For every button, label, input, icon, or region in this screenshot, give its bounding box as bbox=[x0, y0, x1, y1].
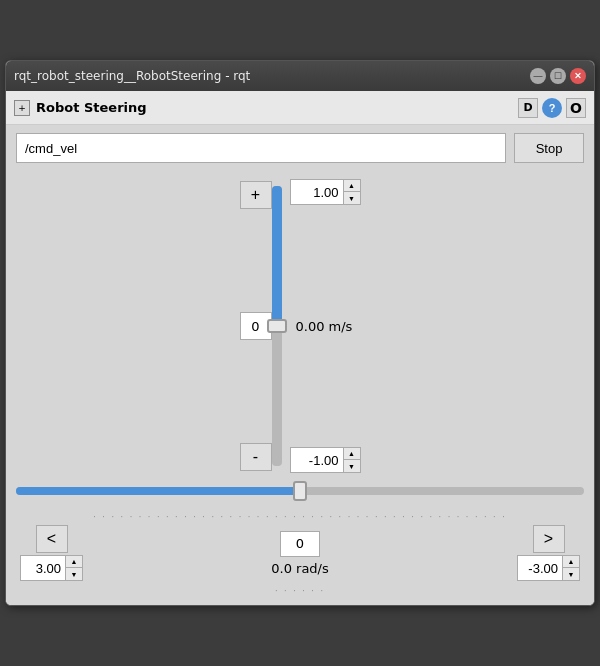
undock-button[interactable]: O bbox=[566, 98, 586, 118]
bottom-controls: < ▲ ▼ 0 0.0 rad/s > bbox=[16, 521, 584, 581]
right-spinbox-btns: ▲ ▼ bbox=[562, 556, 579, 580]
toolbar-right: D ? O bbox=[518, 98, 586, 118]
right-arrow-button[interactable]: > bbox=[533, 525, 565, 553]
right-spin-up[interactable]: ▲ bbox=[563, 556, 579, 568]
titlebar-controls: — ☐ ✕ bbox=[530, 68, 586, 84]
stop-button[interactable]: Stop bbox=[514, 133, 584, 163]
horizontal-thumb[interactable] bbox=[293, 481, 307, 501]
horizontal-track[interactable] bbox=[16, 487, 584, 495]
tick-marks-row: · · · · · · · · · · · · · · · · · · · · … bbox=[16, 513, 584, 521]
vertical-track-area[interactable] bbox=[272, 171, 282, 481]
left-spinbox: ▲ ▼ bbox=[20, 555, 83, 581]
vertical-thumb[interactable] bbox=[267, 319, 287, 333]
window-title: rqt_robot_steering__RobotSteering - rqt bbox=[14, 69, 530, 83]
horizontal-slider-row[interactable] bbox=[16, 487, 584, 507]
plugin-icon: + bbox=[14, 100, 30, 116]
cmd-vel-input[interactable] bbox=[16, 133, 506, 163]
vertical-slider-section: + 0 - ▲ ▼ bbox=[16, 171, 584, 481]
right-spinbox: ▲ ▼ bbox=[517, 555, 580, 581]
vertical-track[interactable] bbox=[272, 186, 282, 466]
right-spin-input[interactable] bbox=[518, 556, 562, 580]
vertical-max-input[interactable] bbox=[291, 180, 343, 204]
spinbox-btns: ▲ ▼ bbox=[343, 180, 360, 204]
vertical-right-info: ▲ ▼ 0.00 m/s ▲ ▼ bbox=[290, 171, 361, 481]
vertical-decrement-button[interactable]: - bbox=[240, 443, 272, 471]
content-area: Stop + 0 - bbox=[6, 125, 594, 605]
vertical-fill bbox=[272, 186, 282, 326]
d-button[interactable]: D bbox=[518, 98, 538, 118]
vertical-min-spinbox: ▲ ▼ bbox=[290, 447, 361, 473]
plugin-title: Robot Steering bbox=[36, 100, 512, 115]
left-arrow-button[interactable]: < bbox=[36, 525, 68, 553]
horizontal-zero-box: 0 bbox=[280, 531, 320, 557]
titlebar: rqt_robot_steering__RobotSteering - rqt … bbox=[6, 61, 594, 91]
min-spinbox-btns: ▲ ▼ bbox=[343, 448, 360, 472]
horizontal-current-value: 0.0 rad/s bbox=[271, 561, 329, 576]
horizontal-fill bbox=[16, 487, 300, 495]
left-spin-input[interactable] bbox=[21, 556, 65, 580]
min-spin-up[interactable]: ▲ bbox=[344, 448, 360, 460]
right-group: > ▲ ▼ bbox=[517, 525, 580, 581]
vertical-min-input[interactable] bbox=[291, 448, 343, 472]
left-spin-down[interactable]: ▼ bbox=[66, 568, 82, 580]
right-spin-down[interactable]: ▼ bbox=[563, 568, 579, 580]
max-spin-down[interactable]: ▼ bbox=[344, 192, 360, 204]
left-spinbox-btns: ▲ ▼ bbox=[65, 556, 82, 580]
help-button[interactable]: ? bbox=[542, 98, 562, 118]
minimize-button[interactable]: — bbox=[530, 68, 546, 84]
top-row: Stop bbox=[16, 133, 584, 163]
center-group: 0 0.0 rad/s bbox=[271, 531, 329, 576]
left-spin-up[interactable]: ▲ bbox=[66, 556, 82, 568]
close-button[interactable]: ✕ bbox=[570, 68, 586, 84]
bottom-dots: · · · · · · bbox=[16, 587, 584, 595]
vertical-increment-button[interactable]: + bbox=[240, 181, 272, 209]
vertical-max-spinbox: ▲ ▼ bbox=[290, 179, 361, 205]
maximize-button[interactable]: ☐ bbox=[550, 68, 566, 84]
min-spin-down[interactable]: ▼ bbox=[344, 460, 360, 472]
toolbar: + Robot Steering D ? O bbox=[6, 91, 594, 125]
left-group: < ▲ ▼ bbox=[20, 525, 83, 581]
main-window: rqt_robot_steering__RobotSteering - rqt … bbox=[5, 60, 595, 606]
vertical-current-value: 0.00 m/s bbox=[296, 319, 353, 334]
max-spin-up[interactable]: ▲ bbox=[344, 180, 360, 192]
